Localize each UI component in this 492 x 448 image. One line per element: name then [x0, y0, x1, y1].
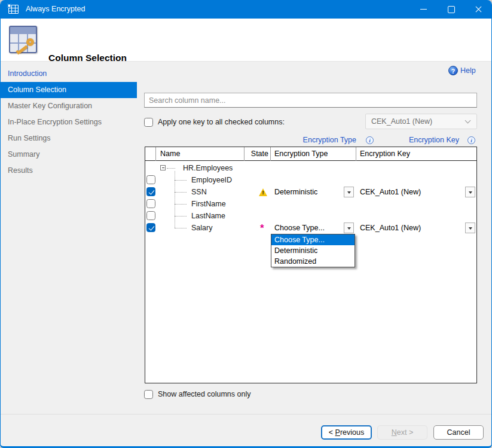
tree-line — [175, 204, 187, 205]
dropdown-option-deterministic[interactable]: Deterministic — [271, 245, 355, 256]
encryption-key-link[interactable]: Encryption Key — [383, 136, 459, 144]
row-name: Salary — [191, 222, 212, 234]
row-name: SSN — [191, 186, 207, 198]
grid-header-encryption-type: Encryption Type — [274, 147, 328, 161]
footer-divider — [1, 414, 491, 415]
encryption-type-value: Deterministic — [274, 186, 317, 198]
row-name: EmployeeID — [191, 174, 232, 186]
encryption-key-value: CEK_Auto1 (New) — [360, 222, 421, 234]
table-row-lastname[interactable]: LastName — [145, 210, 476, 222]
app-icon — [8, 5, 19, 14]
apply-key-combobox-value: CEK_Auto1 (New) — [371, 114, 432, 129]
tree-line — [175, 216, 187, 217]
sidebar-item-introduction[interactable]: Introduction — [1, 66, 137, 82]
page-title: Column Selection — [48, 53, 127, 63]
cancel-button[interactable]: Cancel — [433, 425, 484, 440]
always-encrypted-wizard-window: Always Encrypted Column Selection Introd… — [0, 0, 492, 448]
title-bar: Always Encrypted — [1, 0, 491, 19]
row-name: LastName — [191, 210, 225, 222]
tree-line — [175, 228, 187, 228]
encryption-type-dropdown-button[interactable] — [344, 223, 354, 233]
sidebar-item-master-key-configuration: Master Key Configuration — [1, 98, 137, 114]
encryption-type-value: Choose Type... — [274, 222, 325, 234]
encryption-type-info-icon[interactable]: i — [366, 136, 374, 144]
sidebar-item-summary: Summary — [1, 147, 137, 163]
apply-one-key-checkbox[interactable] — [144, 118, 153, 127]
table-row-hr-employees[interactable]: HR.Employees — [145, 162, 476, 174]
help-link[interactable]: Help — [460, 66, 476, 75]
row-checkbox-employeeid[interactable] — [146, 175, 155, 184]
previous-button[interactable]: < Previous — [321, 425, 372, 440]
table-key-icon — [8, 24, 40, 56]
search-column-input[interactable] — [144, 93, 477, 108]
encryption-type-dropdown-list: Choose Type... Deterministic Randomized — [271, 234, 355, 267]
wizard-header: Column Selection — [1, 19, 491, 62]
window-title: Always Encrypted — [26, 0, 85, 19]
row-name: HR.Employees — [183, 162, 233, 174]
dropdown-option-choose-type[interactable]: Choose Type... — [271, 234, 355, 245]
maximize-button[interactable] — [437, 0, 465, 19]
encryption-key-dropdown-button[interactable] — [465, 223, 475, 233]
close-button[interactable] — [465, 0, 492, 19]
tree-line — [175, 192, 187, 193]
encryption-type-dropdown-button[interactable] — [344, 187, 354, 197]
sidebar-item-column-selection[interactable]: Column Selection — [1, 82, 137, 98]
sidebar-item-results: Results — [1, 163, 137, 179]
encryption-key-info-icon[interactable]: i — [467, 136, 475, 144]
table-row-firstname[interactable]: FirstName — [145, 198, 476, 210]
grid-header-state: State — [244, 147, 268, 161]
encryption-key-dropdown-button[interactable] — [465, 187, 475, 197]
sidebar-item-in-place-encryption-settings: In-Place Encryption Settings — [1, 114, 137, 130]
required-asterisk: * — [260, 223, 264, 234]
row-checkbox-lastname[interactable] — [146, 211, 155, 220]
table-row-ssn[interactable]: SSN Deterministic CEK_Auto1 (New) — [145, 186, 476, 198]
dropdown-option-randomized[interactable]: Randomized — [271, 256, 355, 267]
row-name: FirstName — [191, 198, 226, 210]
apply-key-combobox: CEK_Auto1 (New) — [365, 114, 477, 129]
row-checkbox-ssn[interactable] — [146, 187, 155, 196]
grid-header-name: Name — [160, 147, 180, 161]
minimize-button[interactable] — [410, 0, 437, 19]
collapse-icon[interactable] — [160, 165, 166, 170]
show-affected-columns-checkbox[interactable] — [144, 390, 153, 399]
tree-line — [167, 168, 175, 169]
table-row-salary[interactable]: Salary * Choose Type... CEK_Auto1 (New) — [145, 222, 476, 234]
next-button: Next > — [377, 425, 427, 440]
encryption-type-link[interactable]: Encryption Type — [282, 136, 356, 144]
chevron-down-icon — [465, 118, 471, 124]
row-checkbox-salary[interactable] — [146, 223, 155, 232]
sidebar-item-run-settings: Run Settings — [1, 130, 137, 147]
table-row-employeeid[interactable]: EmployeeID — [145, 174, 476, 186]
encryption-key-value: CEK_Auto1 (New) — [360, 186, 421, 198]
tree-line — [175, 180, 187, 181]
warning-icon — [259, 188, 267, 196]
grid-header-encryption-key: Encryption Key — [360, 147, 410, 161]
apply-one-key-label: Apply one key to all checked columns: — [158, 118, 285, 126]
row-checkbox-firstname[interactable] — [146, 199, 155, 208]
show-affected-columns-label: Show affected columns only — [158, 390, 250, 398]
grid-header-row: Name State Encryption Type Encryption Ke… — [145, 147, 476, 161]
help-icon[interactable]: ? — [448, 66, 458, 75]
